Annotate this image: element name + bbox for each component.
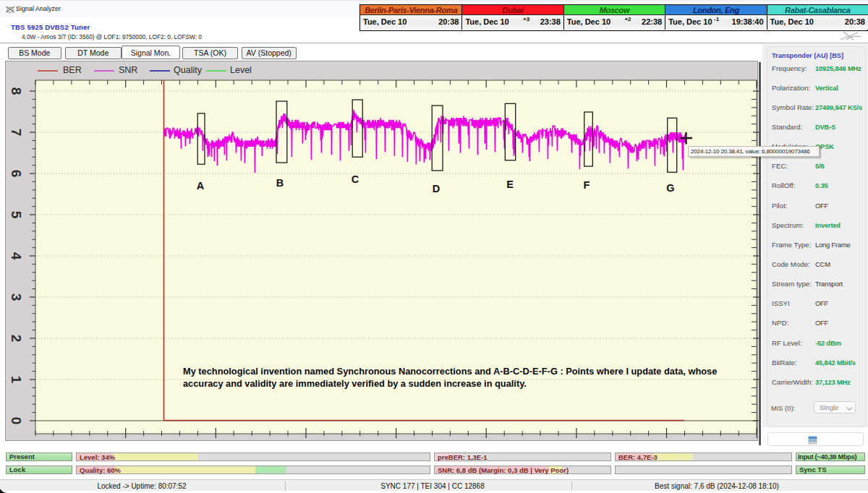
svg-text:A: A	[197, 180, 205, 192]
svg-text:C: C	[352, 173, 359, 185]
svg-text:E: E	[506, 179, 514, 190]
svg-text:G: G	[666, 182, 674, 194]
svg-text:B: B	[276, 177, 284, 189]
svg-text:D: D	[433, 183, 440, 194]
svg-text:F: F	[584, 179, 590, 191]
